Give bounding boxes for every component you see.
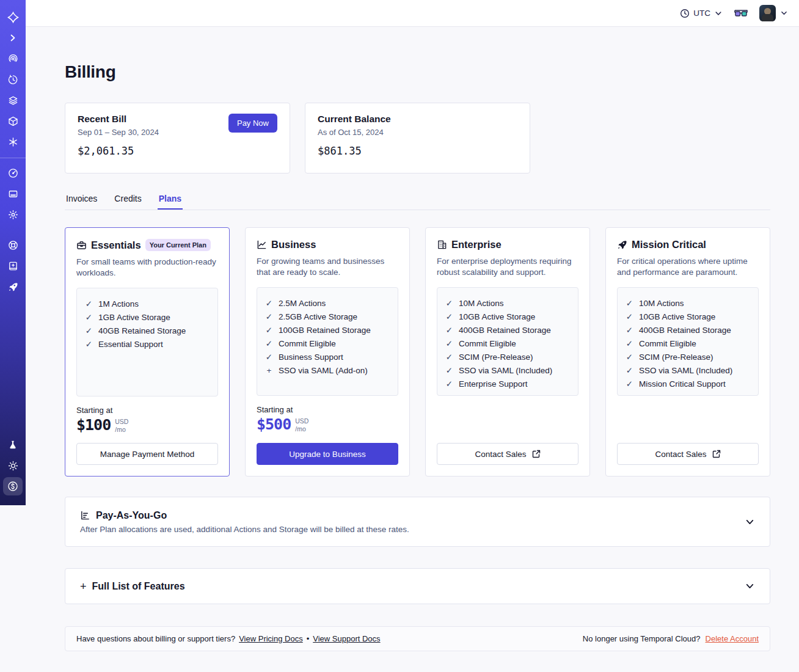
- feature-item: ✓10M Actions: [445, 297, 570, 310]
- check-icon: ✓: [626, 324, 633, 337]
- labs-flask-icon: [8, 440, 18, 450]
- full-features-title: Full List of Features: [92, 581, 185, 592]
- feature-item: ✓10M Actions: [626, 297, 750, 310]
- feature-item: ✓Commit Eligible: [265, 337, 390, 351]
- plan-card-business: Business For growing teams and businesse…: [245, 227, 410, 477]
- plan-price-unit: USD/mo: [115, 418, 128, 433]
- user-menu[interactable]: [759, 5, 788, 21]
- dot-separator: •: [307, 634, 310, 643]
- tab-plans[interactable]: Plans: [158, 190, 183, 210]
- sidebar-item-usage[interactable]: [3, 164, 23, 182]
- sidebar-item-deployments[interactable]: [3, 112, 23, 130]
- sidebar-item-billing[interactable]: [3, 184, 23, 203]
- contact-sales-button[interactable]: Contact Sales: [437, 443, 578, 465]
- pay-now-button[interactable]: Pay Now: [228, 114, 277, 133]
- pay-as-you-go-accordion[interactable]: Pay-As-You-Go After Plan allocations are…: [65, 497, 770, 547]
- check-icon: ✓: [626, 378, 633, 391]
- plan-description: For critical operations where uptime and…: [617, 256, 759, 279]
- feature-item: ✓Mission Critical Support: [626, 378, 750, 391]
- temporal-logo-icon: [7, 12, 19, 23]
- check-icon: ✓: [445, 337, 453, 351]
- plan-feature-list: ✓1M Actions ✓1GB Active Storage ✓40GB Re…: [76, 288, 218, 396]
- plan-price-area: Starting at $500 USD/mo: [257, 405, 398, 433]
- check-icon: ✓: [626, 337, 633, 351]
- feature-text: 10GB Active Storage: [639, 310, 715, 324]
- 3d-glasses-button[interactable]: [734, 9, 748, 18]
- current-plan-badge: Your Current Plan: [145, 239, 211, 251]
- sidebar-item-docs[interactable]: [3, 257, 23, 275]
- upgrade-to-business-button[interactable]: Upgrade to Business: [257, 443, 398, 465]
- timezone-selector[interactable]: UTC: [680, 9, 723, 18]
- check-icon: ✓: [265, 310, 273, 324]
- sidebar-item-theme[interactable]: [3, 456, 23, 475]
- clock-icon: [680, 9, 690, 18]
- external-link-icon: [532, 450, 541, 458]
- sidebar-item-labs[interactable]: [3, 436, 23, 454]
- billing-tabs: Invoices Credits Plans: [65, 190, 770, 210]
- sidebar-item-expand[interactable]: [3, 29, 23, 47]
- check-icon: ✓: [265, 337, 273, 351]
- feature-text: Commit Eligible: [459, 337, 516, 351]
- current-balance-card: Current Balance As of Oct 15, 2024 $861.…: [305, 103, 530, 173]
- feature-text: SCIM (Pre-Release): [639, 351, 713, 364]
- feature-text: Enterprise Support: [459, 378, 528, 391]
- temporal-logo[interactable]: [3, 8, 23, 26]
- check-icon: ✓: [85, 324, 93, 338]
- timezone-label: UTC: [693, 9, 710, 18]
- topbar: UTC: [26, 0, 799, 27]
- feature-text: Business Support: [279, 351, 343, 364]
- tab-invoices[interactable]: Invoices: [65, 190, 98, 210]
- delete-account-link[interactable]: Delete Account: [706, 634, 759, 643]
- sidebar-item-nexus[interactable]: [3, 133, 23, 151]
- feature-item: ✓Enterprise Support: [445, 378, 570, 391]
- check-icon: ✓: [445, 364, 453, 378]
- delete-prompt: No longer using Temporal Cloud?: [583, 634, 701, 643]
- theme-sun-icon: [8, 461, 18, 471]
- feature-text: 400GB Retained Storage: [459, 324, 551, 337]
- buildings-icon: [437, 239, 447, 250]
- plan-cards: Essentials Your Current Plan For small t…: [65, 227, 770, 477]
- footer-question: Have questions about billing or support …: [76, 634, 235, 643]
- feature-item: ✓2.5M Actions: [265, 297, 390, 310]
- sidebar-item-getting-started[interactable]: [3, 277, 23, 296]
- check-icon: ✓: [265, 324, 273, 337]
- feature-text: 1M Actions: [98, 298, 139, 311]
- chart-line-icon: [257, 239, 267, 250]
- contact-sales-button[interactable]: Contact Sales: [617, 443, 759, 465]
- feature-text: 1GB Active Storage: [98, 311, 170, 324]
- sidebar-item-support[interactable]: [3, 236, 23, 254]
- billing-footer: Have questions about billing or support …: [65, 626, 770, 651]
- check-icon: ✓: [265, 297, 273, 310]
- view-support-docs-link[interactable]: View Support Docs: [313, 634, 380, 643]
- feature-text: 10M Actions: [459, 297, 504, 310]
- 3d-glasses-icon: [734, 9, 748, 18]
- check-icon: ✓: [626, 351, 633, 364]
- sidebar-item-namespaces[interactable]: [3, 49, 23, 68]
- plan-feature-list: ✓2.5M Actions ✓2.5GB Active Storage ✓100…: [257, 287, 398, 396]
- sidebar-item-settings[interactable]: [3, 205, 23, 224]
- feature-text: Essential Support: [98, 338, 163, 351]
- chevron-down-icon: [745, 581, 755, 591]
- chevron-down-icon: [714, 9, 723, 18]
- plus-icon: +: [265, 364, 273, 378]
- plan-description: For small teams with production-ready wo…: [76, 257, 218, 280]
- feature-text: 400GB Retained Storage: [639, 324, 731, 337]
- plan-name: Enterprise: [451, 239, 502, 250]
- manage-payment-method-button[interactable]: Manage Payment Method: [76, 443, 218, 465]
- sidebar-item-schedules[interactable]: [3, 70, 23, 89]
- billing-page: Billing Recent Bill Sep 01 – Sep 30, 202…: [26, 62, 799, 672]
- check-icon: ✓: [445, 310, 453, 324]
- asterisk-icon: [8, 137, 18, 147]
- check-icon: ✓: [85, 311, 93, 324]
- feature-text: Commit Eligible: [639, 337, 696, 351]
- cube-icon: [8, 116, 18, 126]
- feature-text: SCIM (Pre-Release): [459, 351, 533, 364]
- tab-credits[interactable]: Credits: [113, 190, 142, 210]
- sidebar-item-plans-active[interactable]: [3, 477, 23, 495]
- external-link-icon: [712, 450, 721, 458]
- view-pricing-docs-link[interactable]: View Pricing Docs: [239, 634, 303, 643]
- sidebar-item-stacks[interactable]: [3, 91, 23, 109]
- schedules-clock-icon: [8, 75, 18, 85]
- full-features-accordion[interactable]: + Full List of Features: [65, 568, 770, 604]
- plan-feature-list: ✓10M Actions ✓10GB Active Storage ✓400GB…: [437, 287, 578, 396]
